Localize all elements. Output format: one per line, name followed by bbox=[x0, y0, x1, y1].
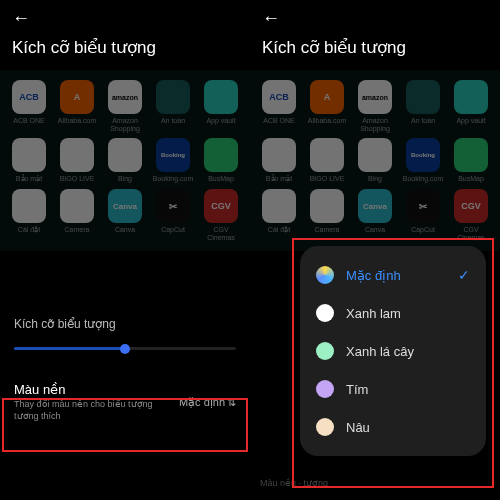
app-icon: A bbox=[60, 80, 94, 114]
setting-text: Màu nền Thay đổi màu nền cho biểu tượng … bbox=[14, 382, 164, 422]
back-icon[interactable]: ← bbox=[262, 8, 280, 29]
app-item[interactable]: amazonAmazon Shopping bbox=[102, 80, 148, 132]
color-label: Mặc định bbox=[346, 268, 446, 283]
color-swatch-icon bbox=[316, 304, 334, 322]
background-color-row[interactable]: Màu nền Thay đổi màu nền cho biểu tượng … bbox=[0, 370, 250, 434]
app-icon bbox=[406, 80, 440, 114]
app-label: Bing bbox=[368, 175, 382, 183]
app-icon: b bbox=[108, 138, 142, 172]
app-item[interactable]: CGVCGV Cinemas bbox=[198, 189, 244, 241]
app-label: ACB ONE bbox=[13, 117, 45, 125]
app-item[interactable]: bBing bbox=[102, 138, 148, 183]
color-option[interactable]: Xanh lá cây bbox=[300, 332, 486, 370]
hidden-bg-row: Màu nền · tương bbox=[260, 478, 490, 488]
bg-value-text: Mặc định bbox=[179, 396, 225, 409]
app-label: App vault bbox=[206, 117, 235, 125]
color-option[interactable]: Tím bbox=[300, 370, 486, 408]
app-icon: CGV bbox=[454, 189, 488, 223]
app-label: Camera bbox=[65, 226, 90, 234]
app-item[interactable]: An toàn bbox=[400, 80, 446, 132]
app-icon: b bbox=[358, 138, 392, 172]
app-item[interactable]: Camera bbox=[54, 189, 100, 241]
app-icon: Booking bbox=[156, 138, 190, 172]
app-item[interactable]: amazonAmazon Shopping bbox=[352, 80, 398, 132]
app-label: BusMap bbox=[458, 175, 484, 183]
app-item[interactable]: AAlibaba.com bbox=[54, 80, 100, 132]
page-title: Kích cỡ biểu tượng bbox=[0, 37, 250, 70]
app-icon: CGV bbox=[204, 189, 238, 223]
app-label: An toàn bbox=[411, 117, 435, 125]
bg-title: Màu nền bbox=[14, 382, 164, 397]
app-item[interactable]: Bảo mật bbox=[256, 138, 302, 183]
color-option[interactable]: Nâu bbox=[300, 408, 486, 446]
color-option[interactable]: Mặc định✓ bbox=[300, 256, 486, 294]
app-icon: ✂ bbox=[156, 189, 190, 223]
app-label: Alibaba.com bbox=[58, 117, 97, 125]
app-label: Bảo mật bbox=[16, 175, 42, 183]
app-icon: ACB bbox=[12, 80, 46, 114]
app-item[interactable]: Cài đặt bbox=[256, 189, 302, 241]
app-icon bbox=[310, 138, 344, 172]
app-label: Booking.com bbox=[403, 175, 443, 183]
app-item[interactable]: CanvaCanva bbox=[102, 189, 148, 241]
size-slider[interactable] bbox=[14, 347, 236, 350]
app-label: BIGO LIVE bbox=[60, 175, 95, 183]
app-item[interactable]: App vault bbox=[448, 80, 494, 132]
app-icon: A bbox=[310, 80, 344, 114]
app-icon bbox=[12, 138, 46, 172]
preview-area: ACBACB ONEAAlibaba.comamazonAmazon Shopp… bbox=[0, 70, 250, 251]
app-label: Amazon Shopping bbox=[103, 117, 147, 132]
slider-fill bbox=[14, 347, 125, 350]
app-label: Amazon Shopping bbox=[353, 117, 397, 132]
app-item[interactable]: BIGO LIVE bbox=[54, 138, 100, 183]
app-item[interactable]: An toàn bbox=[150, 80, 196, 132]
app-item[interactable]: ACBACB ONE bbox=[6, 80, 52, 132]
color-label: Xanh lam bbox=[346, 306, 470, 321]
preview-area: ACBACB ONEAAlibaba.comamazonAmazon Shopp… bbox=[250, 70, 500, 251]
app-item[interactable]: CGVCGV Cinemas bbox=[448, 189, 494, 241]
app-item[interactable]: BusMap bbox=[448, 138, 494, 183]
app-item[interactable]: Camera bbox=[304, 189, 350, 241]
app-item[interactable]: App vault bbox=[198, 80, 244, 132]
back-icon[interactable]: ← bbox=[12, 8, 30, 29]
app-icon bbox=[204, 80, 238, 114]
app-label: Bảo mật bbox=[266, 175, 292, 183]
app-item[interactable]: AAlibaba.com bbox=[304, 80, 350, 132]
app-icon bbox=[454, 80, 488, 114]
app-item[interactable]: BookingBooking.com bbox=[400, 138, 446, 183]
color-label: Xanh lá cây bbox=[346, 344, 470, 359]
header: ← bbox=[0, 0, 250, 37]
app-icon: Canva bbox=[108, 189, 142, 223]
app-item[interactable]: BIGO LIVE bbox=[304, 138, 350, 183]
bg-value: Mặc định ⇅ bbox=[179, 396, 236, 409]
app-item[interactable]: ACBACB ONE bbox=[256, 80, 302, 132]
app-item[interactable]: ✂CapCut bbox=[400, 189, 446, 241]
color-swatch-icon bbox=[316, 342, 334, 360]
app-grid: ACBACB ONEAAlibaba.comamazonAmazon Shopp… bbox=[250, 70, 500, 251]
app-label: CGV Cinemas bbox=[199, 226, 243, 241]
app-label: CGV Cinemas bbox=[449, 226, 493, 241]
app-item[interactable]: BookingBooking.com bbox=[150, 138, 196, 183]
color-swatch-icon bbox=[316, 266, 334, 284]
color-option[interactable]: Xanh lam bbox=[300, 294, 486, 332]
app-icon bbox=[12, 189, 46, 223]
app-item[interactable]: ✂CapCut bbox=[150, 189, 196, 241]
slider-thumb[interactable] bbox=[120, 344, 130, 354]
size-section-label: Kích cỡ biểu tượng bbox=[0, 311, 250, 337]
app-item[interactable]: bBing bbox=[352, 138, 398, 183]
app-grid: ACBACB ONEAAlibaba.comamazonAmazon Shopp… bbox=[0, 70, 250, 251]
color-swatch-icon bbox=[316, 418, 334, 436]
color-label: Nâu bbox=[346, 420, 470, 435]
app-item[interactable]: BusMap bbox=[198, 138, 244, 183]
app-icon bbox=[310, 189, 344, 223]
app-label: Cài đặt bbox=[18, 226, 40, 234]
app-item[interactable]: Bảo mật bbox=[6, 138, 52, 183]
app-icon: Booking bbox=[406, 138, 440, 172]
app-icon bbox=[60, 189, 94, 223]
bg-subtitle: Thay đổi màu nền cho biểu tượng tương th… bbox=[14, 399, 164, 422]
app-item[interactable]: Cài đặt bbox=[6, 189, 52, 241]
app-icon bbox=[262, 189, 296, 223]
color-swatch-icon bbox=[316, 380, 334, 398]
app-label: Bing bbox=[118, 175, 132, 183]
app-item[interactable]: CanvaCanva bbox=[352, 189, 398, 241]
